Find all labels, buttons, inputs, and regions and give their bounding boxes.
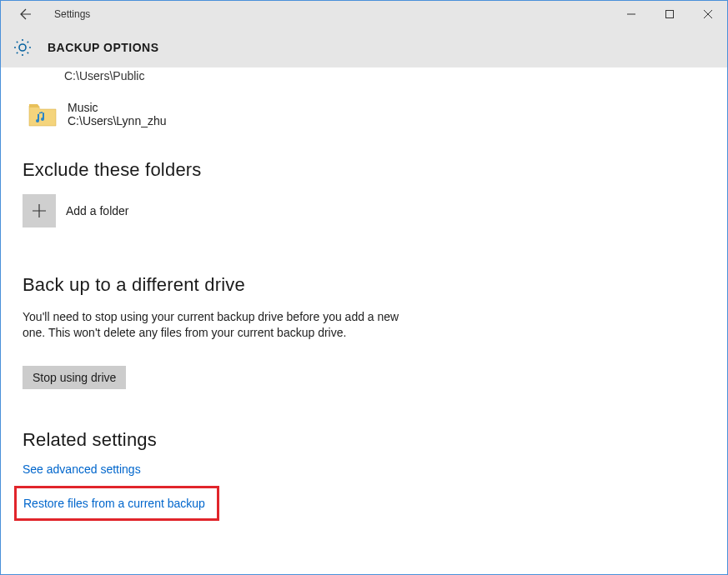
add-folder-button[interactable] (23, 194, 56, 228)
maximize-button[interactable] (650, 1, 689, 28)
add-folder-label: Add a folder (66, 204, 129, 218)
svg-rect-0 (666, 11, 674, 18)
exclude-section-title: Exclude these folders (23, 159, 705, 181)
folder-name: Music (68, 101, 167, 114)
plus-icon (32, 203, 47, 218)
arrow-left-icon (19, 8, 33, 21)
titlebar: Settings (1, 1, 727, 28)
add-folder-row[interactable]: Add a folder (23, 194, 705, 228)
related-settings-title: Related settings (23, 429, 705, 451)
page-header: BACKUP OPTIONS (1, 28, 727, 68)
minimize-icon (627, 10, 635, 18)
music-folder-icon (28, 101, 58, 128)
restore-files-link[interactable]: Restore files from a current backup (23, 497, 205, 510)
folder-path: C:\Users\Lynn_zhu (68, 114, 167, 128)
gear-icon (13, 38, 33, 58)
close-icon (704, 10, 712, 18)
maximize-icon (665, 10, 674, 18)
window-controls (612, 1, 727, 28)
page-title: BACKUP OPTIONS (48, 41, 159, 54)
truncated-folder-path: C:\Users\Public (64, 69, 705, 82)
close-button[interactable] (689, 1, 727, 28)
advanced-settings-link[interactable]: See advanced settings (23, 462, 705, 476)
back-button[interactable] (14, 2, 38, 26)
folder-item[interactable]: Music C:\Users\Lynn_zhu (28, 101, 705, 128)
window-title: Settings (54, 8, 90, 20)
different-drive-title: Back up to a different drive (23, 274, 705, 296)
different-drive-description: You'll need to stop using your current b… (23, 309, 414, 341)
highlight-annotation: Restore files from a current backup (14, 486, 219, 521)
content-area: C:\Users\Public Music C:\Users\Lynn_zhu … (1, 68, 727, 521)
folder-text: Music C:\Users\Lynn_zhu (68, 101, 167, 128)
minimize-button[interactable] (612, 1, 650, 28)
stop-using-drive-button[interactable]: Stop using drive (23, 366, 126, 389)
